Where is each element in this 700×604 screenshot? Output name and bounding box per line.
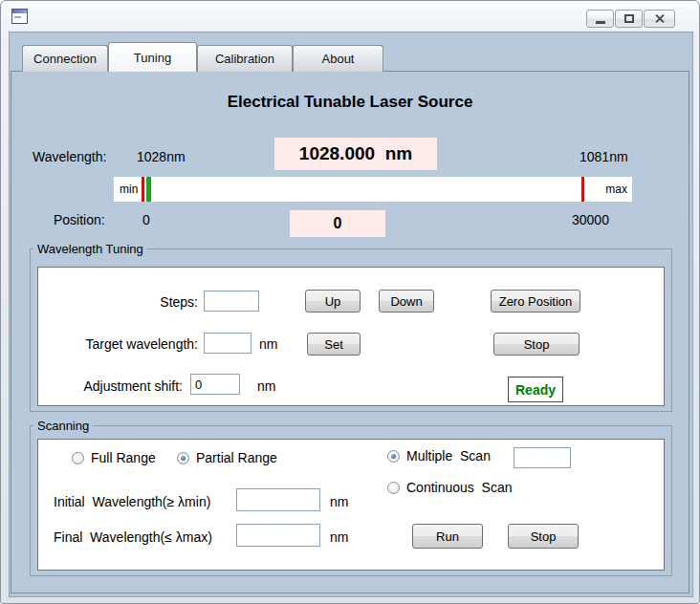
- wavelength-trackbar[interactable]: min max: [114, 177, 632, 202]
- position-label: Position:: [54, 212, 105, 227]
- radio-circle-icon: [387, 482, 400, 494]
- maximize-icon: [624, 14, 634, 23]
- maximize-button[interactable]: [615, 10, 643, 28]
- run-button[interactable]: Run: [412, 524, 483, 549]
- multiple-scan-radio[interactable]: Multiple Scan: [387, 448, 491, 464]
- tuning-stop-button[interactable]: Stop: [493, 333, 580, 356]
- steps-label: Steps:: [160, 294, 198, 310]
- adjustment-shift-label: Adjustment shift:: [84, 378, 184, 394]
- partial-range-label: Partial Range: [196, 450, 277, 465]
- wavelength-range-min-label: 1028nm: [137, 149, 186, 164]
- wavelength-label: Wavelength:: [33, 149, 106, 164]
- full-range-label: Full Range: [91, 450, 156, 465]
- position-display: 0: [290, 210, 385, 237]
- tab-about[interactable]: About: [293, 45, 383, 72]
- multiple-scan-label: Multiple Scan: [406, 448, 491, 464]
- max-limit-marker: [581, 177, 584, 202]
- shift-nm-unit-label: nm: [257, 378, 275, 394]
- min-limit-marker: [142, 177, 144, 202]
- status-ready-indicator: Ready: [508, 377, 563, 402]
- final-wavelength-input[interactable]: [236, 524, 320, 547]
- target-wavelength-input[interactable]: [204, 333, 252, 354]
- zero-position-button[interactable]: Zero Position: [491, 290, 580, 313]
- scanning-stop-button[interactable]: Stop: [508, 524, 579, 549]
- target-nm-unit-label: nm: [259, 336, 277, 352]
- minimize-button[interactable]: [586, 10, 614, 28]
- app-icon-titlebar: [12, 10, 27, 13]
- wavelength-display: 1028.000 nm: [274, 138, 437, 170]
- radio-circle-icon: [72, 452, 84, 464]
- scanning-group-label: Scanning: [33, 419, 93, 433]
- final-nm-unit-label: nm: [330, 529, 348, 545]
- full-range-radio[interactable]: Full Range: [72, 450, 156, 465]
- up-button[interactable]: Up: [305, 290, 361, 313]
- radio-circle-icon: [387, 450, 400, 463]
- tab-connection[interactable]: Connection: [22, 45, 108, 72]
- radio-circle-icon: [177, 452, 189, 464]
- tab-tuning[interactable]: Tuning: [108, 42, 197, 72]
- continuous-scan-label: Continuous Scan: [406, 480, 513, 495]
- initial-wavelength-label: Initial Wavelength(≥ λmin): [54, 494, 210, 509]
- position-range-max-label: 30000: [572, 212, 609, 227]
- set-button[interactable]: Set: [307, 333, 361, 356]
- minimize-icon: [596, 21, 605, 24]
- multiple-scan-count-input[interactable]: [514, 447, 571, 468]
- tab-calibration[interactable]: Calibration: [197, 45, 293, 72]
- steps-input[interactable]: [204, 291, 259, 312]
- close-button[interactable]: [644, 10, 675, 28]
- adjustment-shift-input[interactable]: [190, 374, 240, 395]
- trackbar-max-label: max: [605, 177, 627, 202]
- close-icon: [654, 13, 665, 24]
- position-range-min-label: 0: [142, 212, 150, 227]
- app-icon: [11, 9, 28, 24]
- down-button[interactable]: Down: [379, 290, 434, 313]
- wavelength-range-max-label: 1081nm: [580, 149, 628, 164]
- wavelength-tuning-group-label: Wavelength Tuning: [33, 242, 147, 256]
- partial-range-radio[interactable]: Partial Range: [177, 450, 277, 465]
- initial-wavelength-input[interactable]: [236, 488, 320, 511]
- trackbar-min-label: min: [120, 177, 138, 202]
- target-wavelength-label: Target wavelength:: [85, 336, 198, 352]
- app-icon-detail: [14, 16, 21, 18]
- continuous-scan-radio[interactable]: Continuous Scan: [387, 480, 513, 495]
- app-window: Connection Tuning Calibration About Elec…: [0, 0, 700, 604]
- current-position-marker: [146, 177, 151, 202]
- page-title: Electrical Tunable Laser Source: [11, 93, 689, 112]
- final-wavelength-label: Final Wavelength(≤ λmax): [54, 529, 212, 545]
- initial-nm-unit-label: nm: [330, 494, 348, 509]
